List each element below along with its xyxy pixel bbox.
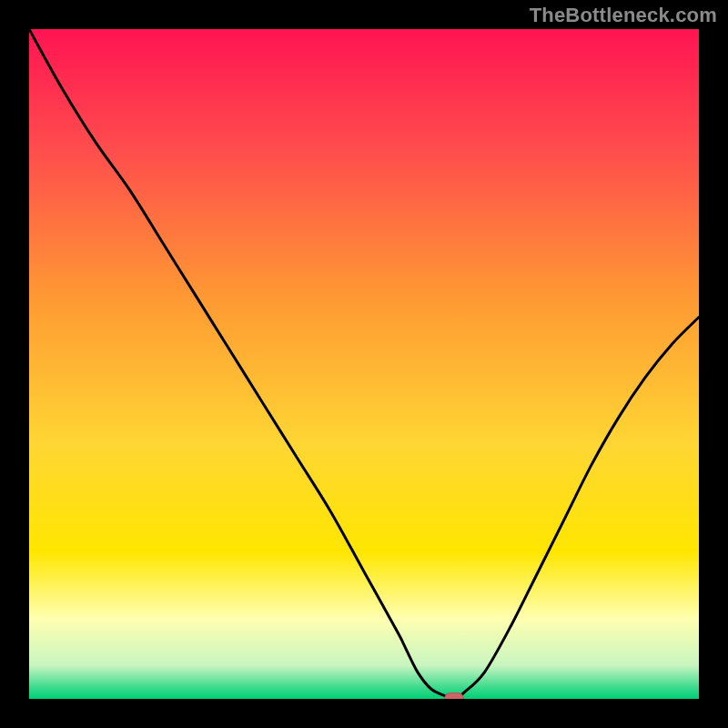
bottleneck-curve — [29, 29, 699, 699]
watermark-text: TheBottleneck.com — [530, 4, 717, 27]
optimal-marker — [444, 693, 464, 699]
plot-area — [29, 29, 699, 699]
chart-frame: TheBottleneck.com — [0, 0, 728, 728]
curve-layer — [29, 29, 699, 699]
